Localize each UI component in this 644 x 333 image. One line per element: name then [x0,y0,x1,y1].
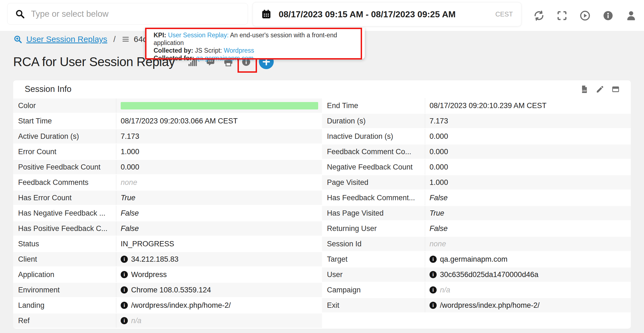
kpi-label: KPI: [154,32,166,39]
table-row: Campaign in/a [322,282,631,298]
kpi-link[interactable]: User Session Replay: [168,32,228,39]
row-value: 1.000 [116,144,322,159]
row-value-text: 30c6356d025da1470000d46a [440,270,538,279]
table-column-left: Color Start Time 08/17/2023 09:20:03.066… [13,98,322,328]
row-label: Color [13,98,116,113]
window-icon[interactable] [611,85,620,94]
zoom-in-icon[interactable] [13,35,22,44]
edit-icon[interactable] [596,85,604,94]
row-label: Landing [13,298,116,313]
row-value-text: 7.173 [121,132,139,141]
svg-text:CSV: CSV [581,89,586,92]
table-row: Start Time 08/17/2023 09:20:03.066 AM CE… [13,113,322,129]
table-row: Ref in/a [13,313,322,328]
breadcrumb-link-user-session-replays[interactable]: User Session Replays [26,35,107,44]
row-label: Page Visited [322,175,425,190]
collected-for-label: Collected for: [154,55,194,62]
row-label: Session Id [322,237,425,251]
row-value-text: 08/17/2023 09:20:10.239 AM CEST [430,101,546,110]
info-icon[interactable]: i [430,271,437,278]
info-icon[interactable]: i [121,302,128,309]
row-value-text: qa.germainapm.com [440,255,507,264]
row-label: Ref [13,314,116,328]
session-info-table: Color Start Time 08/17/2023 09:20:03.066… [13,98,631,328]
row-value-text: True [121,194,135,202]
info-icon[interactable]: i [430,302,437,309]
tooltip-line-kpi: KPI: User Session Replay: An end-user's … [154,31,365,47]
row-label: Feedback Comments [13,175,116,190]
collected-for-link[interactable]: qa.germainapm.com [196,55,254,62]
row-value: False [116,205,322,221]
session-info-panel: Session Info CSV Color Start Time 08/17/… [13,80,631,329]
table-row: Positive Feedback Count 0.000 [13,159,322,175]
info-icon[interactable]: i [430,286,437,294]
table-row: Duration (s) 7.173 [322,113,631,129]
row-value: i34.212.185.83 [116,252,322,266]
user-icon[interactable] [625,10,637,21]
row-value-text: 1.000 [121,148,139,156]
fullscreen-icon[interactable] [556,10,568,21]
row-value-text: n/a [131,317,142,325]
info-icon[interactable]: i [121,286,128,294]
row-label: Campaign [322,282,425,298]
refresh-icon[interactable] [533,10,545,21]
topbar-actions [533,0,637,31]
date-range-value: 08/17/2023 09:15 AM - 08/17/2023 09:25 A… [279,9,456,19]
row-label: Has Page Visited [322,206,425,220]
collected-by-link[interactable]: Wordpress [224,47,254,54]
table-row: Exit i/wordpress/index.php/home-2/ [322,298,631,313]
csv-export-icon[interactable]: CSV [580,85,589,94]
row-value: 7.173 [116,129,322,143]
row-value-text: none [430,240,446,248]
row-value-text: 08/17/2023 09:20:03.066 AM CEST [121,117,238,125]
row-value: i/wordpress/index.php/home-2/ [116,298,322,313]
table-row: User i30c6356d025da1470000d46a [322,267,631,282]
collected-by-label: Collected by: [154,47,193,54]
row-label: Negative Feedback Count [322,159,425,175]
search-box[interactable] [7,3,248,25]
row-value: 08/17/2023 09:20:03.066 AM CEST [116,113,322,129]
row-value: False [425,190,631,205]
table-row: Has Page Visited True [322,205,631,221]
row-value: True [116,191,322,205]
row-label: Error Count [13,144,116,159]
row-value-text: 0.000 [430,148,448,156]
table-row: Application iWordpress [13,267,322,282]
table-row: Status IN_PROGRESS [13,236,322,252]
collected-by-text: JS Script: [195,47,222,54]
info-icon[interactable]: i [430,256,437,263]
info-icon[interactable]: i [121,317,128,324]
table-row: Has Error Count True [13,190,322,205]
row-label: Returning User [322,221,425,236]
row-value-text: /wordpress/index.php/home-2/ [131,301,231,310]
row-value-text: False [430,194,448,202]
row-value-text: 7.173 [430,117,448,125]
table-row: End Time 08/17/2023 09:20:10.239 AM CEST [322,98,631,113]
row-value-text: False [430,224,448,233]
color-swatch [121,102,318,109]
play-icon[interactable] [579,10,591,21]
row-value: False [116,221,322,236]
table-row: Target iqa.germainapm.com [322,252,631,267]
calendar-icon [261,9,272,19]
info-icon[interactable]: i [121,256,128,263]
row-value: 7.173 [425,114,631,128]
row-value: 0.000 [425,145,631,159]
row-value-text: /wordpress/index.php/home-2/ [440,301,540,310]
search-input[interactable] [30,9,222,19]
hamburger-icon[interactable] [122,35,130,43]
panel-actions: CSV [580,85,620,94]
info-icon[interactable] [602,10,614,21]
tooltip-line-collected-by: Collected by: JS Script: Wordpress [154,47,365,54]
timezone-label: CEST [495,10,513,18]
row-label: Has Feedback Comment... [322,190,425,205]
row-value-text: True [430,209,444,218]
info-icon[interactable]: i [121,271,128,278]
row-label: Client [13,252,116,266]
row-value-text: n/a [440,286,450,294]
date-range-picker[interactable]: 08/17/2023 09:15 AM - 08/17/2023 09:25 A… [253,2,521,26]
table-row: Has Negative Feedback ... False [13,205,322,221]
row-value-text: none [121,178,137,187]
row-value: 1.000 [425,175,631,190]
kpi-description: An end-user's session with a front-end a… [154,32,337,46]
